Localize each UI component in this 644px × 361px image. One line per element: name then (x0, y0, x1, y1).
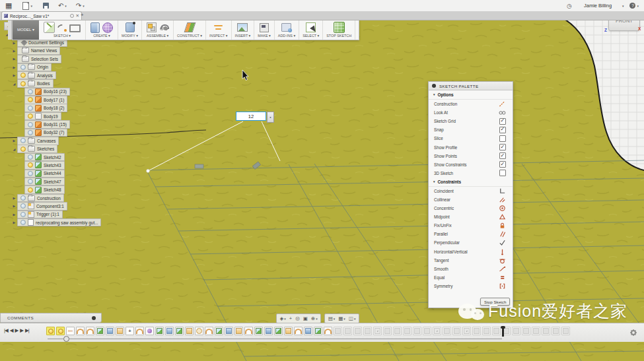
visibility-bulb-icon[interactable] (20, 73, 26, 78)
workspace-selector[interactable]: MODEL ▾ (13, 20, 39, 40)
feature-visibility-icon[interactable] (46, 327, 55, 335)
tree-collapsed-arrow-icon[interactable]: ▶ (11, 213, 17, 216)
sketch-feature-icon[interactable] (175, 327, 184, 335)
tangent-icon[interactable] (499, 257, 506, 264)
constraint-row-tangent[interactable]: Tangent (429, 256, 513, 265)
measure-icon[interactable] (214, 24, 223, 32)
browser-item-chip[interactable]: Trigger (1):1 (17, 211, 63, 219)
suppressed-feature-icon[interactable] (542, 327, 550, 335)
browser-item-chip[interactable]: Construction (17, 194, 64, 203)
palette-option-row[interactable]: Show Profile (429, 143, 513, 151)
undo-icon[interactable]: ↶ (58, 0, 63, 11)
tree-collapsed-arrow-icon[interactable]: ▶ (11, 57, 17, 61)
midpoint-icon[interactable] (499, 213, 506, 220)
insert-image-icon[interactable] (237, 23, 248, 32)
browser-item-chip[interactable]: Body31 (15) (24, 120, 70, 129)
toolbar-group-modify[interactable]: MODIFY ▾ (118, 20, 142, 40)
extrude-feature-icon[interactable] (304, 327, 312, 335)
toolbar-group-sketch[interactable]: SKETCH ▾ (39, 20, 86, 40)
constraint-row-concentric[interactable]: Concentric (429, 204, 513, 213)
timeline-settings-gear-icon[interactable] (629, 329, 637, 337)
palette-options-section[interactable]: ▼ Options (429, 90, 513, 100)
visibility-bulb-icon[interactable] (28, 122, 33, 127)
browser-row[interactable]: ▶Named Views (11, 47, 106, 55)
symmetry-icon[interactable] (499, 282, 506, 290)
browser-row[interactable]: Body31 (15) (18, 120, 106, 128)
user-dropdown-arrow[interactable]: ▾ (622, 4, 624, 8)
visibility-bulb-icon[interactable] (28, 97, 33, 102)
step-back-button[interactable]: ◀ (10, 327, 13, 333)
browser-row[interactable]: ▶Selection Sets (11, 55, 106, 63)
suppressed-feature-icon[interactable] (561, 327, 570, 335)
file-dropdown-arrow[interactable]: ▾ (30, 4, 32, 8)
suppressed-feature-icon[interactable] (443, 327, 451, 335)
suppressed-feature-icon[interactable] (492, 327, 501, 335)
skip-start-button[interactable]: |◀ (4, 327, 8, 333)
toolbar-group-construct[interactable]: CONSTRUCT ▾ (174, 20, 206, 40)
sketch-point[interactable] (147, 170, 150, 173)
coincident-icon[interactable] (499, 187, 506, 195)
suppressed-feature-icon[interactable] (393, 327, 402, 335)
form-feature-icon[interactable] (145, 327, 154, 335)
tree-collapsed-arrow-icon[interactable]: ▶ (11, 139, 17, 143)
fillet-feature-icon[interactable] (86, 327, 94, 335)
grid-display-button[interactable]: ▦▾ (337, 315, 347, 321)
browser-item-chip[interactable]: Bodies (17, 79, 54, 88)
look-at-button[interactable]: ◎ (294, 315, 302, 321)
smooth-icon[interactable] (499, 265, 506, 273)
fillet-feature-icon[interactable] (324, 327, 332, 335)
suppressed-feature-icon[interactable] (423, 327, 431, 335)
extrude-feature-icon[interactable] (264, 327, 273, 335)
pattern-feature-icon[interactable] (433, 327, 441, 335)
browser-row[interactable]: Body32 (7) (18, 129, 106, 137)
visibility-bulb-icon[interactable] (28, 179, 33, 184)
plane-icon[interactable] (184, 22, 196, 32)
browser-item-chip[interactable]: Sketch44 (24, 170, 65, 178)
browser-item-chip[interactable]: Body32 (7) (24, 129, 67, 137)
tree-collapsed-arrow-icon[interactable]: ▶ (11, 65, 17, 69)
sketch-feature-icon[interactable] (155, 327, 164, 335)
visibility-bulb-icon[interactable] (28, 162, 33, 168)
suppressed-feature-icon[interactable] (522, 327, 530, 335)
move-feature-icon[interactable]: + (125, 327, 134, 335)
equal-icon[interactable] (499, 274, 506, 281)
visibility-bulb-icon[interactable] (20, 65, 26, 70)
suppressed-feature-icon[interactable] (343, 327, 352, 335)
constraint-row-smooth[interactable]: Smooth (429, 265, 513, 273)
horizontal-vertical-icon[interactable] (499, 248, 506, 255)
toolbar-group-stop-sketch[interactable]: STOP SKETCH (323, 20, 355, 40)
fillet-feature-icon[interactable] (294, 327, 303, 335)
visibility-bulb-icon[interactable] (28, 106, 33, 111)
revolve-feature-icon[interactable] (284, 327, 293, 335)
tree-collapsed-arrow-icon[interactable]: ▶ (11, 204, 17, 208)
look-at-icon[interactable] (498, 109, 506, 116)
palette-option-row[interactable]: Slice (429, 134, 513, 143)
step-forward-button[interactable]: ▶ (20, 327, 23, 333)
spline-icon[interactable] (57, 24, 67, 32)
browser-item-chip[interactable]: Body19 (24, 112, 61, 121)
visibility-bulb-icon[interactable] (20, 212, 26, 217)
toolbar-group-assemble[interactable]: ASSEMBLE ▾ (142, 20, 174, 40)
sketch-grid-checkbox[interactable] (499, 118, 506, 125)
toolbar-group-make[interactable]: MAKE ▾ (254, 20, 274, 40)
tree-collapsed-arrow-icon[interactable]: ▶ (11, 49, 17, 53)
show-constraints-checkbox[interactable] (499, 161, 506, 168)
pattern-feature-icon[interactable] (373, 327, 382, 335)
visibility-bulb-icon[interactable] (20, 220, 26, 225)
revolve-feature-icon[interactable] (116, 327, 124, 335)
browser-row[interactable]: Body17 (1) (18, 96, 106, 104)
document-tab[interactable]: Reciproc..._Saw v1* ✕ (1, 11, 82, 20)
visibility-bulb-icon[interactable] (28, 187, 33, 193)
section-collapse-icon[interactable]: ▼ (433, 93, 435, 96)
show-points-checkbox[interactable] (499, 152, 506, 159)
feature-visibility-icon[interactable] (56, 327, 65, 335)
visibility-bulb-icon[interactable] (20, 81, 26, 86)
suppressed-feature-icon[interactable] (512, 327, 520, 335)
pattern-feature-icon[interactable] (462, 327, 471, 335)
palette-option-row[interactable]: Construction (429, 100, 513, 108)
stop-sketch-icon[interactable] (334, 22, 345, 33)
browser-item-chip[interactable]: Body17 (1) (24, 96, 67, 104)
palette-constraints-section[interactable]: ▼ Constraints (429, 178, 513, 187)
sketch-feature-icon[interactable] (215, 327, 223, 335)
tab-close-icon[interactable]: ✕ (76, 13, 79, 18)
